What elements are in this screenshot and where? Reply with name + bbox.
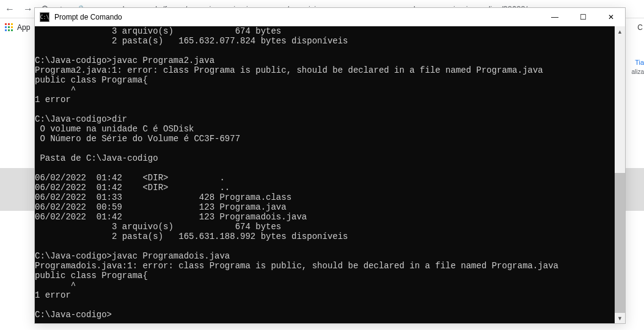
window-title: Prompt de Comando bbox=[54, 13, 122, 21]
apps-label: App bbox=[17, 23, 30, 32]
command-prompt-window: C:\ Prompt de Comando — ☐ ✕ 3 arquivo(s)… bbox=[34, 7, 626, 324]
window-controls: — ☐ ✕ bbox=[541, 8, 625, 26]
apps-icon bbox=[5, 23, 13, 32]
cmd-app-icon: C:\ bbox=[40, 12, 49, 22]
right-partial-sub: aliza bbox=[631, 68, 644, 75]
terminal-body[interactable]: 3 arquivo(s) 674 bytes 2 pasta(s) 165.63… bbox=[35, 26, 625, 323]
scrollbar[interactable]: ▲ ▼ bbox=[615, 26, 625, 323]
scroll-down-button[interactable]: ▼ bbox=[615, 313, 625, 323]
forward-icon[interactable]: → bbox=[23, 4, 33, 15]
close-button[interactable]: ✕ bbox=[597, 8, 625, 26]
minimize-button[interactable]: — bbox=[541, 8, 569, 26]
terminal-output: 3 arquivo(s) 674 bytes 2 pasta(s) 165.63… bbox=[35, 26, 558, 320]
scroll-thumb[interactable] bbox=[615, 173, 625, 320]
scroll-up-button[interactable]: ▲ bbox=[615, 26, 625, 37]
right-partial-c: C bbox=[637, 23, 643, 32]
right-partial-link[interactable]: Tia bbox=[635, 59, 644, 66]
window-titlebar[interactable]: C:\ Prompt de Comando — ☐ ✕ bbox=[35, 8, 625, 26]
maximize-button[interactable]: ☐ bbox=[569, 8, 597, 26]
apps-bookmark[interactable]: App bbox=[5, 23, 30, 32]
back-icon[interactable]: ← bbox=[5, 4, 15, 15]
